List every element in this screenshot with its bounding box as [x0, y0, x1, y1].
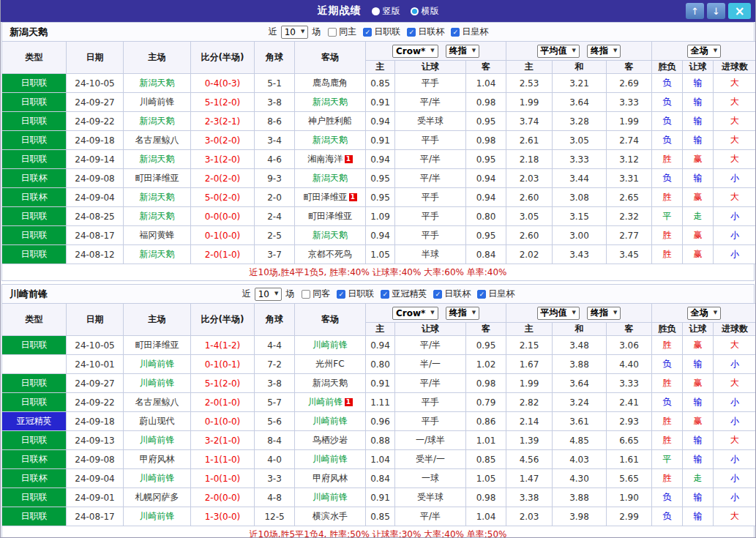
filter-checkbox[interactable]: 同客 [302, 288, 330, 300]
average-stage-select[interactable]: 终指▼ [587, 307, 621, 320]
away-team-cell: 光州FC [295, 355, 366, 374]
league-cell: 日职联 [2, 431, 67, 450]
avg-away-cell: 1.61 [607, 450, 652, 469]
result-cell: 负 [652, 355, 683, 374]
filter-checkbox[interactable]: ✓日皇杯 [451, 26, 488, 38]
full-match-select[interactable]: 全场▼ [687, 307, 721, 320]
team-name: 川崎前锋 [140, 435, 175, 445]
date-cell: 24-09-08 [67, 450, 124, 469]
avg-draw-cell: 3.88 [553, 488, 607, 507]
checkbox-box[interactable] [302, 290, 310, 299]
bookmaker-select[interactable]: Crow*▼ [392, 45, 438, 58]
date-cell: 24-08-25 [67, 207, 124, 226]
match-row: 日职联24-10-05新潟天鹅0-4(0-3)5-1鹿岛鹿角0.85平手1.04… [2, 74, 756, 93]
filter-checkbox[interactable]: ✓日皇杯 [477, 288, 514, 300]
handicap-cell: 一球 [395, 469, 466, 488]
avg-draw-cell: 3.64 [553, 374, 607, 393]
odds-stage-select[interactable]: 终指▼ [446, 45, 479, 58]
checkbox-box[interactable]: ✓ [451, 28, 460, 37]
col-avg-home: 主 [506, 61, 553, 74]
radio-horizontal[interactable]: 横版 [411, 5, 439, 18]
odds-home-cell: 0.91 [366, 488, 395, 507]
avg-draw-cell: 3.43 [553, 245, 607, 264]
full-match-select[interactable]: 全场▼ [687, 45, 721, 58]
radio-circle[interactable] [411, 7, 419, 15]
league-cell: 日联杯 [2, 188, 67, 207]
checkbox-box[interactable] [328, 28, 337, 37]
handicap-result-cell: 赢 [683, 226, 714, 245]
average-select[interactable]: 平均值▼ [537, 307, 580, 320]
filter-checkbox[interactable]: ✓日联杯 [407, 26, 444, 38]
score-cell: 2-3(2-1) [191, 112, 255, 131]
radio-circle[interactable] [372, 7, 380, 15]
scroll-up-button[interactable]: ↑ [686, 3, 704, 19]
result-cell: 胜 [652, 431, 683, 450]
checkbox-label: 日职联 [374, 26, 400, 38]
avg-home-cell: 1.67 [506, 355, 553, 374]
home-team-cell: 名古屋鲸八 [124, 393, 191, 412]
checkbox-box[interactable]: ✓ [381, 290, 389, 299]
date-cell: 24-08-17 [67, 226, 124, 245]
filter-checkbox[interactable]: ✓亚冠精英 [381, 288, 427, 300]
checkbox-box[interactable]: ✓ [407, 28, 416, 37]
home-team-cell: 川崎前锋 [124, 374, 191, 393]
col-goals: 进球数 [714, 61, 756, 74]
bookmaker-select[interactable]: Crow*▼ [392, 307, 438, 320]
score-cell: 2-0(2-0) [191, 169, 255, 188]
goals-result-cell: 小 [714, 226, 756, 245]
col-goals: 进球数 [714, 323, 756, 336]
match-row: 日职联24-09-01札幌冈萨多2-0(0-0)4-8川崎前锋0.91受半球0.… [2, 488, 756, 507]
checkbox-box[interactable]: ✓ [363, 28, 372, 37]
col-odds-home: 主 [366, 323, 395, 336]
col-home: 主场 [124, 42, 191, 74]
avg-home-cell: 1.47 [506, 469, 553, 488]
odds-stage-select[interactable]: 终指▼ [446, 307, 479, 320]
checkbox-box[interactable]: ✓ [337, 290, 345, 299]
filter-checkbox[interactable]: ✓日联杯 [433, 288, 471, 300]
avg-draw-cell: 3.61 [553, 412, 607, 431]
league-cell: 日职联 [2, 488, 67, 507]
corners-cell: 2-4 [255, 207, 295, 226]
games-count-select[interactable]: 10▼ [255, 288, 282, 301]
home-team-cell: 川崎前锋 [124, 507, 191, 526]
chevron-down-icon: ▼ [472, 310, 476, 315]
away-team-cell: 新潟天鹅 [295, 131, 366, 150]
average-stage-select[interactable]: 终指▼ [587, 45, 621, 58]
team-name: 京都不死鸟 [308, 249, 352, 259]
col-odds-handicap: 让球 [395, 61, 466, 74]
team-name: 町田泽维亚 [135, 340, 179, 350]
checkbox-box[interactable]: ✓ [433, 290, 442, 299]
radio-vertical[interactable]: 竖版 [372, 5, 400, 18]
odds-home-cell: 1.04 [366, 450, 395, 469]
match-row: 日职联24-08-17川崎前锋1-3(0-0)12-5横滨水手0.85平/半1.… [2, 507, 756, 526]
filter-checkbox[interactable]: 同主 [328, 26, 356, 38]
goals-result-cell: 大 [714, 150, 756, 169]
odds-away-cell: 0.94 [466, 188, 506, 207]
close-button[interactable]: × [728, 3, 751, 19]
score-cell: 0-0(0-0) [191, 207, 255, 226]
col-avg-away: 客 [607, 323, 652, 336]
avg-away-cell: 2.65 [607, 188, 652, 207]
team-name: 光州FC [315, 359, 344, 369]
league-cell: 日职联 [2, 393, 67, 412]
date-cell: 24-09-01 [67, 488, 124, 507]
away-team-cell: 川崎前锋 [295, 488, 366, 507]
result-cell: 负 [652, 131, 683, 150]
section-header: 川崎前锋 近10▼场同客✓日职联✓亚冠精英✓日联杯✓日皇杯 [1, 284, 755, 303]
avg-home-cell: 2.03 [506, 169, 553, 188]
scroll-down-button[interactable]: ↓ [707, 3, 725, 19]
filter-checkbox[interactable]: ✓日职联 [363, 26, 400, 38]
filter-checkbox[interactable]: ✓日职联 [337, 288, 374, 300]
goals-result-cell: 小 [714, 245, 756, 264]
corners-cell: 3-8 [255, 93, 295, 112]
average-select[interactable]: 平均值▼ [537, 45, 580, 58]
away-team-cell: 川崎前锋 [295, 336, 366, 355]
games-count-select[interactable]: 10▼ [281, 26, 309, 39]
handicap-cell: 平手 [395, 131, 466, 150]
filters-bar: 近10▼场同主✓日职联✓日联杯✓日皇杯 [268, 26, 489, 39]
chevron-down-icon: ▼ [274, 291, 278, 296]
checkbox-box[interactable]: ✓ [477, 290, 486, 299]
goals-result-cell: 大 [714, 188, 756, 207]
team-name: 新潟天鹅 [140, 211, 175, 221]
result-cell: 负 [652, 393, 683, 412]
